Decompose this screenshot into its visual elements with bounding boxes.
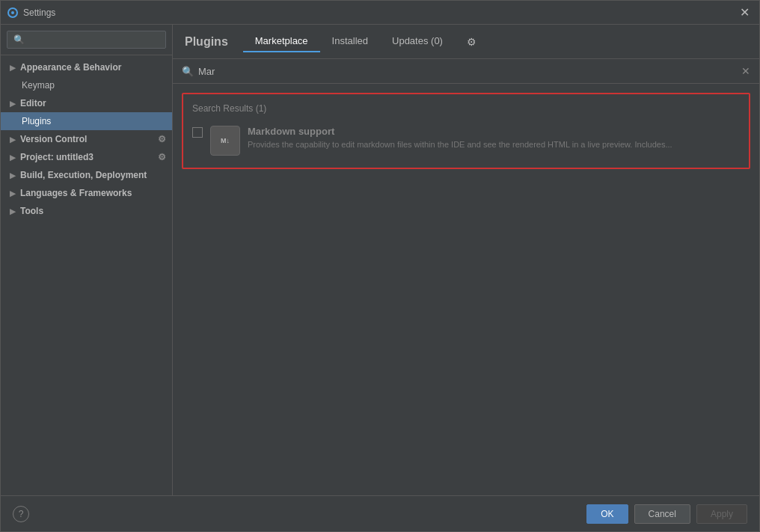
sidebar-item-tools[interactable]: ▶ Tools bbox=[1, 202, 172, 220]
list-item[interactable]: M↓ Markdown support Provides the capabil… bbox=[183, 120, 749, 162]
sidebar-item-keymap[interactable]: Keymap bbox=[1, 76, 172, 94]
clear-search-icon[interactable]: ✕ bbox=[741, 65, 750, 77]
tab-installed[interactable]: Installed bbox=[320, 31, 380, 52]
tab-marketplace[interactable]: Marketplace bbox=[243, 31, 320, 52]
help-button[interactable]: ? bbox=[13, 506, 29, 522]
svg-point-1 bbox=[11, 11, 14, 14]
arrow-icon-build: ▶ bbox=[10, 171, 16, 180]
close-button[interactable]: ✕ bbox=[735, 4, 753, 22]
plugin-logo: M↓ bbox=[210, 126, 240, 156]
arrow-icon: ▶ bbox=[10, 64, 16, 72]
gear-icon-vc: ⚙ bbox=[158, 134, 166, 144]
arrow-icon-project: ▶ bbox=[10, 153, 16, 162]
sidebar-item-appearance[interactable]: ▶ Appearance & Behavior bbox=[1, 58, 172, 76]
tabs: Marketplace Installed Updates (0) ⚙ bbox=[243, 31, 482, 52]
settings-gear-icon[interactable]: ⚙ bbox=[461, 31, 482, 52]
gear-icon-project: ⚙ bbox=[158, 152, 166, 162]
title-bar: Settings ✕ bbox=[1, 1, 759, 25]
search-icon: 🔍 bbox=[182, 66, 194, 77]
plugin-checkbox[interactable] bbox=[192, 127, 203, 138]
sidebar-search-input[interactable] bbox=[7, 31, 166, 49]
bottom-right: OK Cancel Apply bbox=[586, 504, 747, 524]
panel-title: Plugins bbox=[185, 35, 228, 49]
sidebar-item-languages[interactable]: ▶ Languages & Frameworks bbox=[1, 184, 172, 202]
ok-button[interactable]: OK bbox=[586, 504, 628, 524]
panel-header: Plugins Marketplace Installed Updates (0… bbox=[173, 25, 759, 59]
tab-updates[interactable]: Updates (0) bbox=[380, 31, 455, 52]
search-results-box: Search Results (1) M↓ Markdown support P… bbox=[182, 93, 750, 169]
arrow-icon-tools: ▶ bbox=[10, 207, 16, 215]
plugin-search-input[interactable] bbox=[198, 66, 741, 77]
sidebar-item-plugins[interactable]: Plugins bbox=[1, 112, 172, 130]
sidebar: ▶ Appearance & Behavior Keymap ▶ Editor … bbox=[1, 25, 173, 495]
sidebar-item-editor[interactable]: ▶ Editor bbox=[1, 94, 172, 112]
arrow-icon-vc: ▶ bbox=[10, 135, 16, 144]
results-area: Search Results (1) M↓ Markdown support P… bbox=[173, 84, 759, 495]
plugin-search-bar: 🔍 ✕ bbox=[173, 59, 759, 84]
arrow-icon-lang: ▶ bbox=[10, 189, 16, 198]
arrow-icon-editor: ▶ bbox=[10, 100, 16, 108]
plugin-description: Provides the capability to edit markdown… bbox=[248, 139, 740, 150]
sidebar-item-build[interactable]: ▶ Build, Execution, Deployment bbox=[1, 166, 172, 184]
window-title: Settings bbox=[23, 7, 735, 18]
sidebar-search-container bbox=[1, 25, 172, 55]
sidebar-item-project[interactable]: ▶ Project: untitled3 ⚙ bbox=[1, 148, 172, 166]
panel-title-row: Plugins Marketplace Installed Updates (0… bbox=[173, 25, 759, 58]
bottom-bar: ? OK Cancel Apply bbox=[1, 495, 759, 531]
search-results-label: Search Results (1) bbox=[183, 100, 749, 120]
cancel-button[interactable]: Cancel bbox=[634, 504, 690, 524]
settings-window: Settings ✕ ▶ Appearance & Behavior Keyma… bbox=[0, 0, 760, 532]
apply-button[interactable]: Apply bbox=[696, 504, 747, 524]
sidebar-nav: ▶ Appearance & Behavior Keymap ▶ Editor … bbox=[1, 55, 172, 495]
main-panel: Plugins Marketplace Installed Updates (0… bbox=[173, 25, 759, 495]
plugin-name: Markdown support bbox=[248, 126, 740, 137]
main-content: ▶ Appearance & Behavior Keymap ▶ Editor … bbox=[1, 25, 759, 495]
bottom-left: ? bbox=[13, 506, 29, 522]
sidebar-item-version-control[interactable]: ▶ Version Control ⚙ bbox=[1, 130, 172, 148]
app-icon bbox=[7, 7, 19, 19]
plugin-info: Markdown support Provides the capability… bbox=[248, 126, 740, 150]
